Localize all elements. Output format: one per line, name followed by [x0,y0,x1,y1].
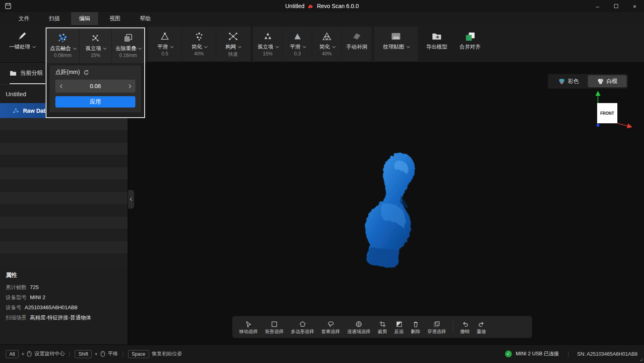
mesh-button[interactable]: 构网 快速 [216,27,250,61]
isolated-mesh-button[interactable]: 孤立项 15% [253,27,282,61]
merge-align-button[interactable]: 合并对齐 [454,27,486,61]
reset-icon[interactable] [83,70,89,76]
lasso-select-tool[interactable]: 套索选择 [318,320,344,335]
undo-icon [461,320,469,328]
button-value: 15% [263,51,272,57]
isolated-points-icon [90,31,100,45]
titlebar: Untitled Revo Scan 6.0.0 – × [0,0,644,12]
sidebar-collapse-button[interactable] [128,190,134,209]
simplify-mesh-button[interactable]: 简化 40% [312,27,341,61]
prop-value: 高精度-特征拼接-普通物体 [30,314,91,321]
statusbar: Alt + 设置旋转中心 Shift + 平移 Space 恢复初始位姿 ✓ M… [0,344,644,363]
chevron-down-icon [238,44,241,48]
menu-edit[interactable]: 编辑 [71,12,98,25]
simplify-pointcloud-button[interactable]: 简化 40% [182,27,216,61]
properties-panel: 属性 累计帧数725 设备型号MINI 2 设备号A25103465A6H01A… [0,266,128,323]
connected-region-select-tool[interactable]: 连通域选择 [344,320,375,335]
invert-selection-tool[interactable]: 反选 [391,320,407,335]
color-mode-button[interactable]: 彩色 [549,75,588,87]
layered-squares-icon [433,320,440,328]
menu-view[interactable]: 视图 [101,12,128,25]
button-value: 40% [194,51,204,57]
hole-patch-icon [352,30,362,43]
fill-holes-button[interactable]: 手动补洞 [341,27,372,61]
properties-title: 属性 [6,272,122,279]
smooth-pointcloud-button[interactable]: 平滑 0.5 [148,27,182,61]
magic-pen-icon [17,30,27,43]
prop-label: 累计帧数 [6,284,27,290]
point-distance-stepper[interactable]: 0.08 [55,80,135,93]
plus-sign: + [95,351,97,357]
tool-label: 撤销 [460,329,469,335]
tool-label: 连通域选择 [347,329,371,335]
view-cube[interactable]: FRONT [589,89,641,134]
export-folder-icon [431,30,442,43]
rectangle-select-tool[interactable]: 矩形选择 [261,320,287,335]
selection-toolbar: 移动选择 矩形选择 多边形选择 套索选择 [232,316,532,338]
prop-label: 设备型号 [6,294,27,300]
crop-tool[interactable]: 裁剪 [374,320,391,335]
apply-button[interactable]: 应用 [55,96,135,108]
white-mode-button[interactable]: 白模 [588,75,627,87]
point-cloud-tools-group: 平滑 0.5 简化 40% [148,27,250,61]
render-mode-toggle: 彩色 白模 [548,74,628,89]
statusbar-right: ✓ MINI 2 USB 已连接 SN: A25103465A6H01AB8 [505,350,638,357]
undo-button[interactable]: 撤销 [457,320,473,335]
resize-grip[interactable] [640,358,643,361]
current-group-tab[interactable]: 当前分组 [10,63,45,84]
mouse-icon [101,351,105,357]
empty-scan-list [0,118,128,266]
hint-rotate-center: Alt + 设置旋转中心 [6,350,65,358]
chevron-down-icon [170,44,173,48]
tool-label: 反选 [394,329,404,335]
one-click-process-button[interactable]: 一键处理 [2,27,41,61]
white-circles-icon [597,78,604,84]
menu-scan[interactable]: 扫描 [41,12,68,25]
chevron-down-icon [303,44,306,48]
isolated-points-button[interactable]: 孤立项 15% [79,28,112,63]
button-label: 去除重叠 [115,45,136,52]
serial-number: SN: A25103465A6H01AB8 [577,351,638,357]
image-icon [391,30,401,43]
scanned-model-bust[interactable] [346,146,435,275]
close-button[interactable]: × [625,0,644,12]
redo-button[interactable]: 重做 [473,320,490,335]
prop-scan-scene: 扫描场景高精度-特征拼接-普通物体 [6,312,122,323]
texture-map-button[interactable]: 纹理贴图 [374,27,418,61]
chevron-down-icon [32,44,36,48]
button-label: 手动补洞 [346,43,367,51]
raw-data-label: Raw Data [23,108,48,114]
minimize-button[interactable]: – [588,0,607,12]
maximize-button[interactable] [607,0,625,12]
hint-label: 恢复初始位姿 [152,350,182,357]
trash-icon [412,320,419,328]
button-label: 简化 [192,43,202,51]
app-name: Revo Scan 6.0.0 [317,3,359,9]
revo-scan-window: Untitled Revo Scan 6.0.0 – × 文件 扫描 编辑 视图… [0,0,644,363]
button-label: 纹理贴图 [383,43,404,51]
smooth-mesh-button[interactable]: 平滑 0.3 [282,27,312,61]
alt-keycap: Alt [6,350,19,358]
button-label: 合并对齐 [460,43,481,51]
prop-frame-count: 累计帧数725 [6,282,122,292]
delete-tool[interactable]: 删除 [407,320,424,335]
move-select-tool[interactable]: 移动选择 [236,320,261,335]
polygon-select-tool[interactable]: 多边形选择 [287,320,318,335]
window-controls: – × [588,0,644,12]
chevron-down-icon [73,46,76,49]
invert-icon [396,320,403,328]
stepper-increase-button[interactable] [122,80,135,93]
button-label: 孤立项 [258,43,274,51]
point-distance-popup: 点距(mm) 0.08 应用 [50,65,141,112]
export-model-button[interactable]: 导出模型 [421,27,452,61]
menu-help[interactable]: 帮助 [132,12,159,25]
through-select-tool[interactable]: 穿透选择 [424,320,450,335]
viewport-3d[interactable]: 彩色 白模 FRONT [128,63,644,344]
remove-overlap-button[interactable]: 去除重叠 0.16mm [112,28,144,63]
point-cloud-fusion-button[interactable]: 点云融合 0.08mm [46,28,79,63]
menu-file[interactable]: 文件 [11,12,38,25]
solid-triangle-icon [293,30,302,43]
stepper-decrease-button[interactable] [55,80,68,93]
status-divider [568,351,568,357]
crop-icon [379,320,386,328]
